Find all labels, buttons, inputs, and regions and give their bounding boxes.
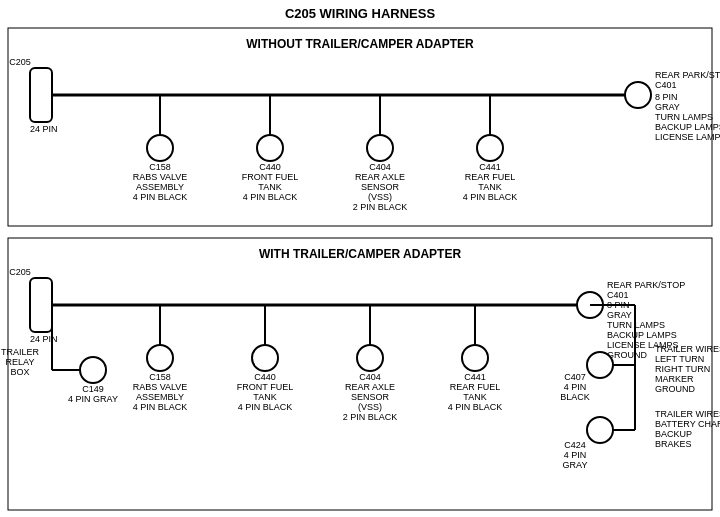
s2-c407-color: BLACK: [560, 392, 590, 402]
svg-point-3: [625, 82, 651, 108]
s1-c401-desc4: LICENSE LAMPS: [655, 132, 720, 142]
svg-point-11: [477, 135, 503, 161]
s2-c407-desc2: LEFT TURN: [655, 354, 704, 364]
s2-c401-desc2: TURN LAMPS: [607, 320, 665, 330]
diagram-container: C205 WIRING HARNESS WITHOUT TRAILER/CAMP…: [0, 0, 720, 517]
s2-c424-desc3: BACKUP: [655, 429, 692, 439]
s2-c424-label: C424: [564, 440, 586, 450]
s2-c424-desc4: BRAKES: [655, 439, 692, 449]
s1-c440-desc2: TANK: [258, 182, 281, 192]
s1-c440-desc3: 4 PIN BLACK: [243, 192, 298, 202]
svg-rect-14: [30, 278, 52, 332]
s2-c407-desc4: MARKER: [655, 374, 694, 384]
s1-c441-desc1: REAR FUEL: [465, 172, 516, 182]
s2-c407-label: C407: [564, 372, 586, 382]
s2-c440-label: C440: [254, 372, 276, 382]
s1-c158-desc3: 4 PIN BLACK: [133, 192, 188, 202]
s1-c404-desc3: (VSS): [368, 192, 392, 202]
svg-point-30: [357, 345, 383, 371]
s2-c205-label: C205: [9, 267, 31, 277]
svg-rect-0: [8, 28, 712, 226]
s2-c407-pins: 4 PIN: [564, 382, 587, 392]
s2-c424-color: GRAY: [563, 460, 588, 470]
s2-c404-desc3: (VSS): [358, 402, 382, 412]
s1-c158-label: C158: [149, 162, 171, 172]
page-title: C205 WIRING HARNESS: [285, 6, 436, 21]
s2-c158-desc2: ASSEMBLY: [136, 392, 184, 402]
s2-c149-label: C149: [82, 384, 104, 394]
s2-c404-desc4: 2 PIN BLACK: [343, 412, 398, 422]
s1-c441-desc2: TANK: [478, 182, 501, 192]
section2-title: WITH TRAILER/CAMPER ADAPTER: [259, 247, 462, 261]
s2-c404-label: C404: [359, 372, 381, 382]
s1-c401-color: GRAY: [655, 102, 680, 112]
s1-c404-desc4: 2 PIN BLACK: [353, 202, 408, 212]
s2-c149-pins: 4 PIN GRAY: [68, 394, 118, 404]
s2-c401-desc1: REAR PARK/STOP: [607, 280, 685, 290]
s2-trailer-relay-label3: BOX: [10, 367, 29, 377]
s1-c158-desc2: ASSEMBLY: [136, 182, 184, 192]
section1-title: WITHOUT TRAILER/CAMPER ADAPTER: [246, 37, 474, 51]
s1-c441-label: C441: [479, 162, 501, 172]
s2-c205-pins: 24 PIN: [30, 334, 58, 344]
s2-c158-desc1: RABS VALVE: [133, 382, 188, 392]
s2-c158-desc3: 4 PIN BLACK: [133, 402, 188, 412]
s1-c404-desc1: REAR AXLE: [355, 172, 405, 182]
s2-c401-desc3: BACKUP LAMPS: [607, 330, 677, 340]
s2-c401-color: GRAY: [607, 310, 632, 320]
svg-point-26: [147, 345, 173, 371]
s1-c401-desc1: REAR PARK/STOP: [655, 70, 720, 80]
s1-c404-label: C404: [369, 162, 391, 172]
s2-c407-desc3: RIGHT TURN: [655, 364, 710, 374]
s2-c401-label: C401: [607, 290, 629, 300]
s2-c401-desc5: GROUND: [607, 350, 647, 360]
svg-point-9: [367, 135, 393, 161]
svg-point-22: [587, 352, 613, 378]
s1-c401-desc2: TURN LAMPS: [655, 112, 713, 122]
svg-rect-2: [30, 68, 52, 122]
s1-c401-desc3: BACKUP LAMPS: [655, 122, 720, 132]
svg-point-28: [252, 345, 278, 371]
svg-point-17: [80, 357, 106, 383]
s2-c441-desc1: REAR FUEL: [450, 382, 501, 392]
s1-c401-pins: 8 PIN: [655, 92, 678, 102]
s1-c205-pins: 24 PIN: [30, 124, 58, 134]
svg-point-7: [257, 135, 283, 161]
s2-c158-label: C158: [149, 372, 171, 382]
s2-c424-desc2: BATTERY CHARGE: [655, 419, 720, 429]
svg-point-32: [462, 345, 488, 371]
s1-c440-desc1: FRONT FUEL: [242, 172, 298, 182]
s1-c158-desc1: RABS VALVE: [133, 172, 188, 182]
s2-c440-desc1: FRONT FUEL: [237, 382, 293, 392]
svg-point-5: [147, 135, 173, 161]
s2-c440-desc2: TANK: [253, 392, 276, 402]
svg-point-24: [587, 417, 613, 443]
s1-c404-desc2: SENSOR: [361, 182, 400, 192]
s2-c440-desc3: 4 PIN BLACK: [238, 402, 293, 412]
s1-c441-desc3: 4 PIN BLACK: [463, 192, 518, 202]
s2-c404-desc1: REAR AXLE: [345, 382, 395, 392]
s2-c404-desc2: SENSOR: [351, 392, 390, 402]
s2-c407-desc1: TRAILER WIRES: [655, 344, 720, 354]
s2-trailer-relay-label: TRAILER: [1, 347, 40, 357]
s2-c441-desc2: TANK: [463, 392, 486, 402]
s2-c424-pins: 4 PIN: [564, 450, 587, 460]
s2-c407-desc5: GROUND: [655, 384, 695, 394]
s1-c205-label: C205: [9, 57, 31, 67]
s1-c440-label: C440: [259, 162, 281, 172]
s2-c424-desc1: TRAILER WIRES: [655, 409, 720, 419]
s2-c441-label: C441: [464, 372, 486, 382]
s2-trailer-relay-label2: RELAY: [6, 357, 35, 367]
s1-c401-label: C401: [655, 80, 677, 90]
s2-c441-desc3: 4 PIN BLACK: [448, 402, 503, 412]
